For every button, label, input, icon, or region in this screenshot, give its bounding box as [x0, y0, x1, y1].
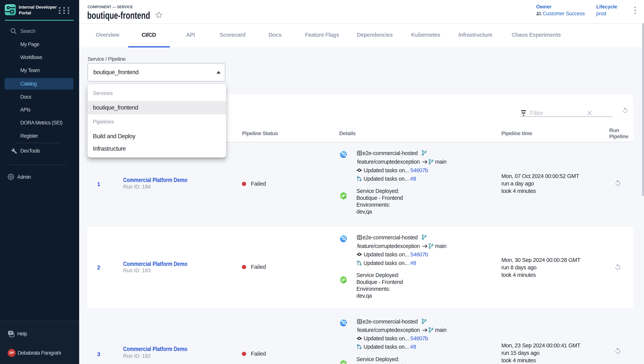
svg-text:?: ?	[10, 331, 12, 335]
